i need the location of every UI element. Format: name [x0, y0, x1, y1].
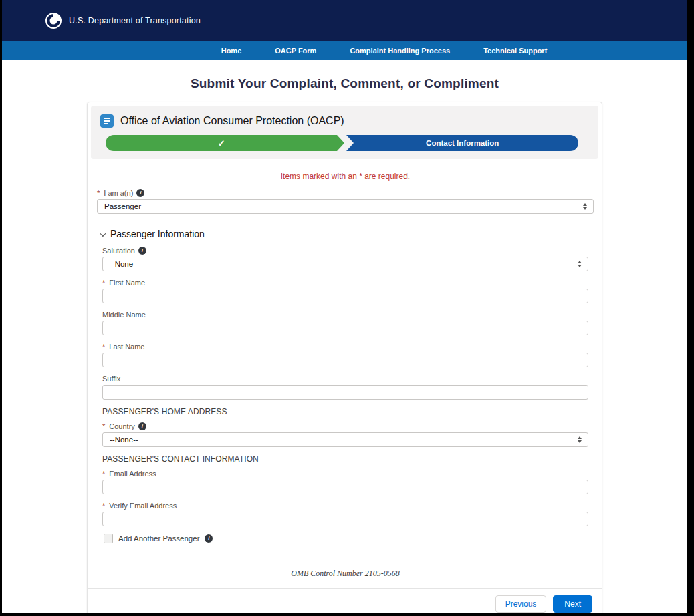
site-header: U.S. Department of Transportation [2, 0, 687, 41]
next-button[interactable]: Next [553, 595, 592, 613]
brand-title: U.S. Department of Transportation [69, 16, 201, 25]
required-note: Items marked with an * are required. [97, 172, 594, 181]
required-marker: * [102, 422, 105, 430]
nav-item-home[interactable]: Home [221, 47, 242, 55]
field-email-address: * Email Address [102, 470, 588, 494]
first-name-input[interactable] [102, 289, 588, 303]
page-title: Submit Your Complaint, Comment, or Compl… [2, 76, 687, 91]
field-middle-name: Middle Name [102, 311, 588, 335]
salutation-select[interactable]: --None-- [102, 257, 588, 271]
form-body: Items marked with an * are required. * I… [88, 162, 602, 579]
nav-item-oacp-form[interactable]: OACP Form [275, 47, 316, 55]
info-icon[interactable]: i [138, 247, 146, 255]
select-arrows-icon [583, 203, 587, 210]
card-footer: Previous Next [88, 588, 602, 613]
field-country: * Country i --None-- [102, 422, 588, 447]
progress-step-completed[interactable]: ✓ [106, 135, 337, 151]
contact-information-heading: PASSENGER'S CONTACT INFORMATION [102, 454, 588, 464]
required-marker: * [102, 279, 105, 287]
country-selected-value: --None-- [110, 436, 138, 444]
nav-item-complaint-handling-process[interactable]: Complaint Handling Process [350, 47, 450, 55]
salutation-label: Salutation [102, 247, 135, 255]
verify-email-address-input[interactable] [102, 512, 588, 526]
last-name-label: Last Name [109, 343, 144, 351]
field-add-another-passenger: Add Another Passenger i [104, 534, 588, 543]
country-label: Country [109, 422, 135, 430]
first-name-label: First Name [109, 279, 145, 287]
required-marker: * [97, 189, 100, 197]
suffix-input[interactable] [102, 385, 588, 400]
chevron-down-icon [100, 230, 106, 237]
field-last-name: * Last Name [102, 343, 588, 367]
i-am-a-selected-value: Passenger [104, 202, 141, 210]
field-salutation: Salutation i --None-- [102, 247, 588, 271]
email-address-input[interactable] [102, 480, 588, 494]
progress-step-contact-information[interactable]: Contact Information [346, 135, 578, 151]
select-arrows-icon [578, 261, 582, 267]
add-another-passenger-label: Add Another Passenger [118, 534, 199, 543]
country-select[interactable]: --None-- [102, 432, 588, 447]
section-passenger-information-label: Passenger Information [110, 228, 205, 239]
suffix-label: Suffix [102, 375, 120, 383]
middle-name-input[interactable] [102, 321, 588, 335]
select-arrows-icon [578, 436, 582, 443]
main-nav: Home OACP Form Complaint Handling Proces… [2, 41, 687, 60]
info-icon[interactable]: i [138, 422, 146, 430]
i-am-a-label: I am a(n) [104, 189, 133, 197]
section-passenger-information[interactable]: Passenger Information [100, 228, 594, 239]
nav-item-technical-support[interactable]: Technical Support [483, 47, 547, 55]
required-marker: * [102, 470, 105, 478]
email-address-label: Email Address [109, 470, 156, 478]
check-icon: ✓ [218, 138, 225, 148]
add-another-passenger-checkbox[interactable] [104, 534, 113, 543]
progress-step-label: Contact Information [426, 139, 499, 147]
field-first-name: * First Name [102, 279, 588, 303]
verify-email-address-label: Verify Email Address [109, 502, 177, 510]
dot-logo-icon [45, 12, 62, 29]
info-icon[interactable]: i [205, 534, 213, 543]
card-header: Office of Aviation Consumer Protection (… [91, 106, 598, 159]
page: U.S. Department of Transportation Home O… [2, 0, 687, 613]
progress-path: ✓ Contact Information [106, 135, 578, 151]
field-verify-email-address: * Verify Email Address [102, 502, 588, 526]
field-suffix: Suffix [102, 375, 588, 400]
required-marker: * [102, 502, 105, 510]
previous-button[interactable]: Previous [495, 595, 547, 613]
i-am-a-select[interactable]: Passenger [97, 199, 594, 214]
card-title: Office of Aviation Consumer Protection (… [120, 115, 344, 127]
field-i-am-a: * I am a(n) i Passenger [97, 189, 594, 214]
omb-control-number: OMB Control Number 2105-0568 [97, 569, 594, 579]
required-marker: * [102, 343, 105, 351]
info-icon[interactable]: i [136, 189, 144, 197]
salutation-selected-value: --None-- [110, 260, 138, 268]
middle-name-label: Middle Name [102, 311, 146, 319]
form-card: Office of Aviation Consumer Protection (… [87, 102, 602, 613]
last-name-input[interactable] [102, 353, 588, 367]
survey-form-icon [100, 114, 114, 128]
home-address-heading: PASSENGER'S HOME ADDRESS [102, 407, 588, 416]
